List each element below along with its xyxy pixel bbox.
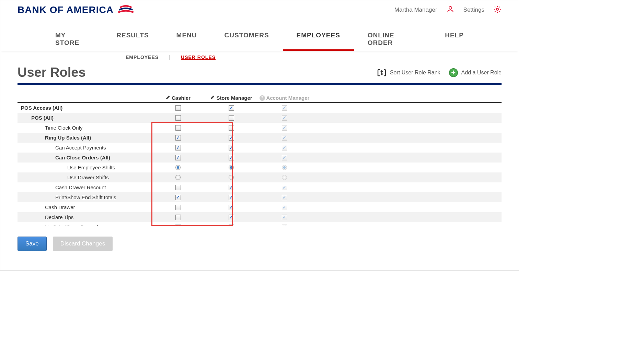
svg-point-1 xyxy=(496,8,498,10)
permission-cell xyxy=(258,175,311,180)
permission-checkbox[interactable] xyxy=(175,215,181,220)
sort-rank-button[interactable]: Sort User Role Rank xyxy=(377,69,440,77)
role-name: Cashier xyxy=(172,95,191,101)
permission-checkbox xyxy=(282,135,287,141)
sort-rank-icon xyxy=(377,69,387,77)
permission-cell xyxy=(205,175,258,180)
permissions-scroll[interactable]: POS Access (All)POS (All)Time Clock Only… xyxy=(18,103,502,226)
permission-cell xyxy=(258,225,311,227)
permission-checkbox[interactable] xyxy=(175,185,181,190)
nav-item-my-store[interactable]: MY STORE xyxy=(42,28,103,51)
nav-item-results[interactable]: RESULTS xyxy=(103,28,162,51)
permission-checkbox[interactable] xyxy=(175,155,181,160)
permission-checkbox[interactable] xyxy=(229,105,234,111)
permission-cell xyxy=(205,155,258,160)
permission-cell xyxy=(205,215,258,220)
permission-checkbox xyxy=(282,195,287,200)
permission-checkbox[interactable] xyxy=(175,145,181,151)
nav-item-help[interactable]: HELP xyxy=(431,28,478,51)
permission-checkbox[interactable] xyxy=(175,135,181,141)
pencil-icon xyxy=(165,95,170,101)
permission-cell xyxy=(258,195,311,200)
permission-radio[interactable] xyxy=(229,165,234,170)
add-icon: + xyxy=(449,68,458,77)
role-column-store-manager[interactable]: Store Manager xyxy=(205,95,258,102)
add-role-button[interactable]: + Add a User Role xyxy=(449,68,502,77)
permission-checkbox[interactable] xyxy=(175,105,181,111)
save-button[interactable]: Save xyxy=(18,237,47,251)
permission-checkbox[interactable] xyxy=(229,145,234,151)
sort-rank-label: Sort User Role Rank xyxy=(390,70,440,76)
permission-checkbox[interactable] xyxy=(175,205,181,210)
permission-cell xyxy=(151,115,205,121)
permission-cell xyxy=(151,135,205,141)
permission-row: No Sale (Open Drawer) xyxy=(18,222,502,226)
permission-checkbox[interactable] xyxy=(229,215,234,220)
permission-checkbox[interactable] xyxy=(229,205,234,210)
permission-checkbox[interactable] xyxy=(175,115,181,121)
permission-checkbox[interactable] xyxy=(175,195,181,200)
permission-label: Use Employee Shifts xyxy=(18,165,151,170)
user-icon[interactable] xyxy=(446,5,455,15)
role-name: Account Manager xyxy=(266,95,310,101)
permission-checkbox xyxy=(282,215,287,220)
permission-cell xyxy=(258,215,311,220)
nav-item-customers[interactable]: CUSTOMERS xyxy=(211,28,283,51)
subnav-item-employees[interactable]: EMPLOYEES xyxy=(126,55,159,60)
permission-cell xyxy=(258,205,311,210)
permission-row: Use Employee Shifts xyxy=(18,163,502,172)
permission-checkbox[interactable] xyxy=(175,225,181,227)
permission-cell xyxy=(205,115,258,121)
permission-cell xyxy=(258,105,311,111)
permission-cell xyxy=(205,125,258,131)
permission-radio[interactable] xyxy=(229,175,234,180)
permission-cell xyxy=(258,135,311,141)
permission-cell xyxy=(258,145,311,151)
permission-cell xyxy=(151,155,205,160)
permission-label: POS Access (All) xyxy=(18,105,151,111)
permission-cell xyxy=(205,205,258,210)
permission-checkbox[interactable] xyxy=(229,195,234,200)
permission-checkbox xyxy=(282,145,287,151)
permission-label: Can Accept Payments xyxy=(18,145,151,151)
permission-checkbox[interactable] xyxy=(229,225,234,227)
role-name: Store Manager xyxy=(216,95,252,101)
permission-radio[interactable] xyxy=(175,165,181,170)
nav-item-menu[interactable]: MENU xyxy=(163,28,211,51)
role-column-account-manager[interactable]: ?Account Manager xyxy=(258,95,311,102)
permission-checkbox[interactable] xyxy=(229,125,234,131)
subnav-separator: | xyxy=(169,55,171,60)
permission-cell xyxy=(205,105,258,111)
permission-checkbox[interactable] xyxy=(229,135,234,141)
permission-cell xyxy=(258,155,311,160)
nav-item-online-order[interactable]: ONLINE ORDER xyxy=(354,28,431,51)
nav-item-employees[interactable]: EMPLOYEES xyxy=(283,28,354,51)
permission-label: Time Clock Only xyxy=(18,125,151,131)
permission-cell xyxy=(258,115,311,121)
discard-button[interactable]: Discard Changes xyxy=(53,237,113,251)
permission-label: Cash Drawer Recount xyxy=(18,184,151,190)
permission-checkbox xyxy=(282,105,287,111)
user-name[interactable]: Martha Manager xyxy=(394,7,437,13)
permission-label: Can Close Orders (All) xyxy=(18,155,151,160)
permission-checkbox[interactable] xyxy=(175,125,181,131)
permission-row: POS Access (All) xyxy=(18,103,502,113)
permission-cell xyxy=(151,195,205,200)
settings-link[interactable]: Settings xyxy=(463,7,484,13)
permission-cell xyxy=(205,195,258,200)
sub-nav: EMPLOYEES|USER ROLES xyxy=(0,51,519,63)
permission-checkbox xyxy=(282,155,287,160)
permission-row: Cash Drawer xyxy=(18,202,502,212)
role-column-cashier[interactable]: Cashier xyxy=(151,95,205,102)
permission-cell xyxy=(205,185,258,190)
permission-checkbox[interactable] xyxy=(229,155,234,160)
permission-row: Print/Show End Shift totals xyxy=(18,192,502,202)
permission-radio[interactable] xyxy=(175,175,181,180)
subnav-item-user-roles[interactable]: USER ROLES xyxy=(181,55,216,60)
permission-cell xyxy=(205,135,258,141)
gear-icon[interactable] xyxy=(493,5,502,15)
permission-checkbox[interactable] xyxy=(229,115,234,121)
logo-text: BANK OF AMERICA xyxy=(18,4,114,15)
permission-cell xyxy=(258,125,311,131)
permission-checkbox[interactable] xyxy=(229,185,234,190)
